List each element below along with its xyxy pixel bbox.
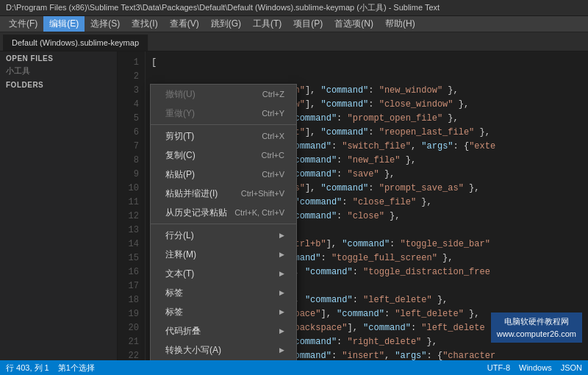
line-numbers: 1 2 3 4 5 6 7 8 9 10 11 12 13 14 15 16 1…	[118, 51, 146, 360]
menu-cut-shortcut: Ctrl+X	[262, 129, 284, 143]
menu-edit[interactable]: 编辑(E)	[43, 16, 85, 32]
menu-paste-indent-label: 粘贴并缩进(I)	[165, 186, 218, 201]
menu-copy-shortcut: Ctrl+C	[262, 148, 284, 162]
menu-tag2-label: 标签	[165, 304, 183, 319]
menu-copy-label: 复制(C)	[165, 148, 196, 162]
menu-paste-shortcut: Ctrl+V	[262, 167, 284, 182]
menu-prefs[interactable]: 首选项(N)	[329, 16, 379, 32]
statusbar-encoding: UTF-8	[487, 363, 510, 372]
watermark-line1: 电脑软硬件教程网	[497, 315, 576, 328]
watermark: 电脑软硬件教程网 www.computer26.com	[491, 312, 582, 343]
menu-comment[interactable]: 注释(M)	[151, 245, 296, 264]
watermark-line2: www.computer26.com	[497, 328, 576, 340]
menu-file[interactable]: 文件(F)	[3, 16, 43, 32]
menu-code-fold[interactable]: 代码折叠	[151, 321, 296, 340]
divider-1	[151, 124, 296, 125]
menu-paste[interactable]: 粘贴(P) Ctrl+V	[151, 165, 296, 184]
code-area: 1 2 3 4 5 6 7 8 9 10 11 12 13 14 15 16 1…	[118, 51, 588, 360]
menu-help[interactable]: 帮助(H)	[379, 16, 421, 32]
tab-keymap[interactable]: Default (Windows).sublime-keymap	[3, 35, 148, 51]
menu-case-label: 转换大小写(A)	[165, 343, 221, 357]
statusbar: 行 403, 列 1 第1个选择 UTF-8 Windows JSON	[0, 360, 588, 375]
menu-line-label: 行分(L)	[165, 228, 194, 243]
menu-paste-label: 粘贴(P)	[165, 167, 195, 182]
menu-code-fold-label: 代码折叠	[165, 324, 201, 338]
menu-case[interactable]: 转换大小写(A)	[151, 340, 296, 360]
menu-tag2[interactable]: 标签	[151, 302, 296, 321]
sidebar: OPEN FILES 小工具 FOLDERS	[0, 51, 118, 360]
menu-tag-label: 标签	[165, 285, 183, 300]
tab-label: Default (Windows).sublime-keymap	[12, 38, 139, 47]
menu-line[interactable]: 行分(L)	[151, 226, 296, 245]
sidebar-open-file[interactable]: 小工具	[0, 64, 117, 78]
statusbar-selection: 第1个选择	[58, 362, 95, 374]
statusbar-position: 行 403, 列 1	[6, 362, 49, 374]
menu-tag[interactable]: 标签	[151, 283, 296, 302]
titlebar: D:\Program Files (x86)\Sublime Text3\Dat…	[0, 0, 588, 16]
menu-paste-history-label: 从历史记录粘贴	[165, 205, 227, 220]
menu-text[interactable]: 文本(T)	[151, 264, 296, 283]
menu-select[interactable]: 选择(S)	[85, 16, 126, 32]
menu-tools[interactable]: 工具(T)	[247, 16, 287, 32]
menu-undo-shortcut: Ctrl+Z	[262, 87, 284, 101]
statusbar-syntax: JSON	[561, 363, 582, 372]
menu-undo-label: 撤销(U)	[165, 87, 196, 101]
menu-paste-history-shortcut: Ctrl+K, Ctrl+V	[234, 205, 284, 220]
menu-find[interactable]: 查找(I)	[126, 16, 163, 32]
folders-section: FOLDERS	[0, 78, 117, 90]
statusbar-left: 行 403, 列 1 第1个选择	[6, 362, 95, 374]
open-files-section: OPEN FILES	[0, 51, 117, 64]
menu-cut-label: 剪切(T)	[165, 129, 194, 143]
menu-copy[interactable]: 复制(C) Ctrl+C	[151, 146, 296, 165]
menu-undo[interactable]: 撤销(U) Ctrl+Z	[151, 85, 296, 104]
titlebar-text: D:\Program Files (x86)\Sublime Text3\Dat…	[6, 2, 440, 13]
menu-goto[interactable]: 跳到(G)	[205, 16, 247, 32]
menu-redo-label: 重做(Y)	[165, 106, 195, 121]
divider-2	[151, 224, 296, 224]
statusbar-right: UTF-8 Windows JSON	[487, 363, 582, 372]
main-layout: OPEN FILES 小工具 FOLDERS 1 2 3 4 5 6 7 8 9…	[0, 51, 588, 360]
menu-project[interactable]: 项目(P)	[287, 16, 329, 32]
menu-redo-shortcut: Ctrl+Y	[262, 106, 284, 121]
edit-dropdown-menu: 撤销(U) Ctrl+Z 重做(Y) Ctrl+Y 剪切(T) Ctrl+X 复…	[150, 84, 297, 360]
menubar: 文件(F) 编辑(E) 选择(S) 查找(I) 查看(V) 跳到(G) 工具(T…	[0, 16, 588, 32]
tabbar: Default (Windows).sublime-keymap	[0, 32, 588, 51]
menu-paste-history[interactable]: 从历史记录粘贴 Ctrl+K, Ctrl+V	[151, 203, 296, 222]
statusbar-eol: Windows	[519, 363, 552, 372]
menu-paste-indent[interactable]: 粘贴并缩进(I) Ctrl+Shift+V	[151, 184, 296, 203]
menu-comment-label: 注释(M)	[165, 247, 196, 262]
menu-cut[interactable]: 剪切(T) Ctrl+X	[151, 126, 296, 146]
menu-text-label: 文本(T)	[165, 266, 194, 281]
menu-redo[interactable]: 重做(Y) Ctrl+Y	[151, 104, 296, 123]
menu-paste-indent-shortcut: Ctrl+Shift+V	[241, 186, 284, 201]
menu-view[interactable]: 查看(V)	[164, 16, 205, 32]
